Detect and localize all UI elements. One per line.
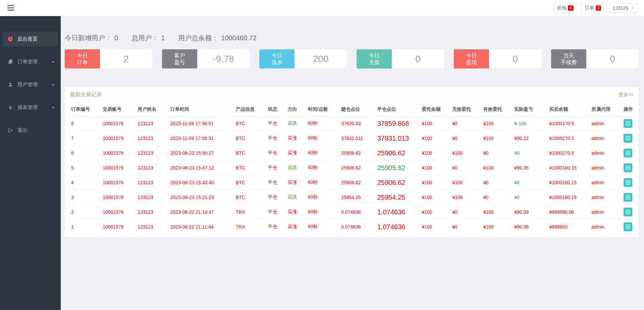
column-header: 订单编号 [70, 103, 101, 116]
column-header: 无效委托 [451, 103, 482, 116]
cell-open-point: 37831.011 [340, 131, 376, 146]
cell-order-id: 3 [70, 190, 101, 205]
chevron-right-icon: ▶ [52, 60, 55, 63]
list-icon [626, 151, 630, 155]
sidebar-item-orders[interactable]: 订单管理 ▶ [3, 54, 58, 69]
summary-cards: 今日订单 2 客户盈亏 -9.78 今日流水 200 今日充值 0 [65, 49, 639, 68]
cell-product: TRX [234, 219, 267, 234]
online-count-button[interactable]: 在线 0 [553, 3, 577, 13]
row-detail-button[interactable] [624, 178, 632, 187]
cell-order-time: 2023-08-23 15:50:27 [169, 146, 234, 160]
cell-close-point: 25905.62 [376, 160, 421, 175]
column-header: 交易账号 [101, 103, 136, 116]
cell-username: 123123 [136, 175, 169, 190]
logout-icon [7, 127, 14, 133]
cell-actions [622, 160, 634, 175]
cell-product: BTC [234, 146, 267, 160]
cell-agent: admin [590, 160, 622, 175]
cell-open-point: 25906.62 [340, 160, 376, 175]
more-link[interactable]: 更多>> [619, 92, 634, 98]
cell-status: 平仓 [267, 219, 286, 234]
sidebar-item-logout[interactable]: 退出 [3, 123, 58, 138]
cell-invalid-order: ¥0 [451, 160, 482, 175]
list-icon [626, 195, 630, 200]
cell-account: 10001576 [101, 131, 136, 146]
cell-invalid-order: ¥100 [451, 190, 482, 205]
topbar-right: 在线 0 订单 0 123123 ▼ [553, 3, 638, 13]
row-detail-button[interactable] [624, 134, 632, 143]
chevron-right-icon: ▶ [52, 83, 55, 86]
cell-order-time: 2023-11-09 17:56:51 [169, 116, 234, 131]
orders-icon [7, 59, 14, 64]
card-today-fees: 当天手续费 0 [551, 49, 639, 68]
cell-order-time: 2023-11-09 17:56:31 [169, 131, 234, 146]
cell-actual-profit: ¥90.06 [513, 219, 548, 234]
list-icon [626, 136, 630, 141]
online-count-badge: 0 [568, 5, 574, 11]
cell-actual-profit: ¥0 [513, 175, 548, 190]
cell-amount: ¥100 [421, 160, 451, 175]
card-today-deposit: 今日充值 0 [357, 49, 444, 68]
list-icon [626, 210, 630, 214]
cell-open-point: 25954.25 [340, 190, 376, 205]
card-today-flow: 今日流水 200 [259, 49, 347, 68]
sidebar-item-users[interactable]: 用户管理 ▶ [3, 77, 58, 92]
cell-direction: 买涨 [286, 205, 307, 219]
sidebar-item-reports[interactable]: ¥ 报表管理 ▶ [3, 100, 58, 115]
cell-actual-profit: ¥90.22 [513, 131, 548, 146]
cell-balance-after: ¥1000170.5 [548, 116, 590, 131]
cell-username: 123123 [136, 160, 169, 175]
column-header: 时间/点数 [307, 103, 340, 116]
cell-amount: ¥100 [421, 175, 451, 190]
cell-direction: 买涨 [286, 219, 307, 234]
cell-invalid-order: ¥0 [451, 116, 482, 131]
cell-order-id: 2 [70, 205, 101, 219]
table-row: 6 10001576 123123 2023-08-23 15:50:27 BT… [70, 146, 634, 160]
cell-account: 10001576 [101, 160, 136, 175]
card-value: -9.78 [197, 49, 250, 68]
stat-label: 总用户： [131, 34, 158, 42]
cell-product: BTC [234, 175, 267, 190]
cell-amount: ¥100 [421, 131, 451, 146]
cell-actions [622, 146, 634, 160]
user-dropdown[interactable]: 123123 ▼ [609, 3, 638, 13]
cell-valid-order: ¥0 [482, 190, 513, 205]
cell-agent: admin [590, 219, 622, 234]
cell-open-point: 37820.63 [340, 116, 376, 131]
sidebar-item-dashboard[interactable]: 后台首页 [3, 32, 58, 46]
cell-product: TRX [234, 205, 267, 219]
table-row: 1 10001576 123123 2023-08-22 21:11:44 TR… [70, 219, 634, 234]
cell-direction: 买跌 [286, 160, 307, 175]
orders-count-button[interactable]: 订单 0 [581, 3, 605, 13]
sidebar-item-label: 退出 [17, 127, 28, 134]
topbar: 在线 0 订单 0 123123 ▼ [0, 0, 644, 16]
chevron-right-icon: ▶ [52, 106, 55, 109]
row-detail-button[interactable] [624, 149, 632, 157]
orders-count-badge: 0 [596, 5, 601, 11]
row-detail-button[interactable] [624, 208, 632, 216]
orders-label: 订单 [585, 5, 594, 11]
row-detail-button[interactable] [624, 119, 632, 128]
column-header: 状态 [267, 103, 286, 116]
cell-username: 123123 [136, 131, 169, 146]
stat-value: 1 [161, 34, 165, 42]
cell-open-point: 25906.62 [340, 175, 376, 190]
cell-direction: 买跌 [286, 116, 307, 131]
row-detail-button[interactable] [624, 222, 632, 231]
cell-account: 10001576 [101, 190, 136, 205]
cell-duration: 60秒 [307, 131, 340, 146]
cell-valid-order: ¥0 [482, 146, 513, 160]
row-detail-button[interactable] [624, 163, 632, 172]
sidebar-item-label: 订单管理 [17, 59, 38, 65]
list-icon [626, 180, 630, 185]
list-icon [626, 121, 630, 126]
cell-order-time: 2023-08-22 21:14:47 [169, 205, 234, 219]
reports-icon: ¥ [7, 105, 14, 110]
cell-status: 平仓 [267, 175, 286, 190]
cell-close-point: 25906.62 [376, 146, 421, 160]
cell-balance-after: ¥999990.06 [548, 205, 590, 219]
cell-order-id: 7 [70, 131, 101, 146]
row-detail-button[interactable] [624, 193, 632, 202]
hamburger-menu-icon[interactable] [6, 4, 15, 12]
cell-agent: admin [590, 116, 622, 131]
